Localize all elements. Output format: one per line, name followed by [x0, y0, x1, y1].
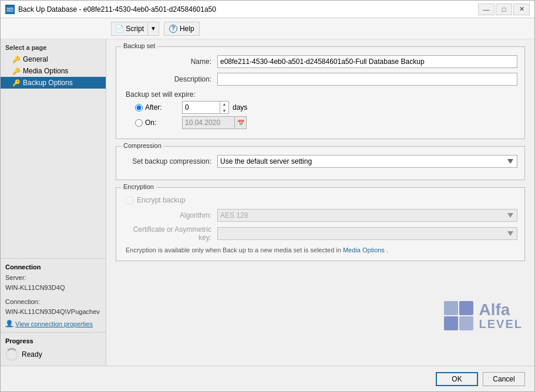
cancel-button[interactable]: Cancel [483, 372, 525, 386]
title-bar-text: Back Up Database - e08fe211-4530-4eb0-a5… [18, 5, 478, 13]
on-radio[interactable] [135, 119, 143, 127]
progress-status: Ready [22, 350, 42, 359]
bottom-bar: OK Cancel [1, 366, 534, 391]
sidebar-item-media-options[interactable]: 🔑 Media Options [1, 65, 106, 77]
connection-label: Connection: [5, 298, 40, 305]
connection-section-title: Connection [5, 263, 101, 271]
cert-select[interactable] [217, 227, 517, 240]
on-row: On: 📅 [123, 116, 517, 129]
backup-set-title: Backup set [121, 42, 157, 49]
maximize-button[interactable]: □ [496, 4, 512, 15]
watermark-block-3 [444, 316, 458, 330]
days-input[interactable] [183, 102, 220, 113]
after-radio-label[interactable]: After: [135, 103, 182, 111]
script-button[interactable]: 📄 Script [111, 22, 147, 36]
svg-rect-0 [6, 7, 14, 12]
title-bar-controls: — □ ✕ [478, 4, 530, 15]
sidebar-item-general[interactable]: 🔑 General [1, 53, 106, 65]
name-row: Name: [123, 55, 517, 68]
name-label: Name: [123, 58, 217, 66]
connection-info: Connection: WIN-KL11CN93D4Q\VPugachev [5, 297, 101, 317]
content-wrapper: Backup set Name: Description: Backup set… [106, 39, 534, 366]
script-dropdown[interactable]: 📄 Script ▼ [111, 22, 159, 36]
calendar-icon[interactable]: 📅 [234, 117, 246, 129]
help-icon: ? [169, 25, 177, 33]
spinbox-arrows: ▲ ▼ [220, 101, 228, 114]
svg-rect-1 [8, 6, 10, 8]
name-input[interactable] [217, 55, 517, 68]
spinbox-up-arrow[interactable]: ▲ [220, 101, 228, 107]
server-label: Server: [5, 274, 26, 281]
on-radio-label[interactable]: On: [135, 119, 182, 127]
watermark-alfa: AlfaLEVEL [479, 300, 523, 330]
ok-button[interactable]: OK [436, 372, 478, 386]
encrypt-checkbox-row: Encrypt backup [123, 196, 517, 204]
spinner-icon [5, 348, 18, 361]
sidebar: Select a page 🔑 General 🔑 Media Options … [1, 39, 106, 366]
date-input [183, 117, 234, 128]
encrypt-backup-checkbox[interactable] [126, 197, 133, 204]
compression-row: Set backup compression: Use the default … [123, 155, 517, 168]
compression-label: Set backup compression: [123, 157, 217, 165]
compression-group: Compression Set backup compression: Use … [116, 146, 525, 180]
expire-label: Backup set will expire: [123, 90, 517, 99]
encryption-note-pre: Encryption is available only when Back u… [126, 246, 341, 254]
server-value: WIN-KL11CN93D4Q [5, 284, 65, 291]
svg-rect-2 [7, 8, 13, 9]
backup-set-group: Backup set Name: Description: Backup set… [116, 46, 525, 139]
main-layout: Select a page 🔑 General 🔑 Media Options … [1, 39, 534, 366]
spinbox-down-arrow[interactable]: ▼ [220, 107, 228, 114]
connection-value: WIN-KL11CN93D4Q\VPugachev [5, 308, 100, 315]
sidebar-section-title: Select a page [1, 39, 106, 53]
watermark-block-4 [459, 316, 473, 330]
compression-select[interactable]: Use the default server setting Compress … [217, 155, 517, 168]
compression-title: Compression [121, 142, 164, 149]
progress-section-title: Progress [5, 337, 101, 344]
watermark: AlfaLEVEL [444, 301, 523, 330]
sidebar-item-backup-label: Backup Options [23, 79, 73, 87]
after-label: After: [145, 103, 162, 111]
server-info: Server: WIN-KL11CN93D4Q [5, 273, 101, 293]
svg-rect-3 [7, 10, 11, 11]
key-icon-3: 🔑 [12, 79, 21, 87]
title-bar: Back Up Database - e08fe211-4530-4eb0-a5… [1, 1, 534, 18]
minimize-button[interactable]: — [478, 4, 494, 15]
algorithm-select[interactable]: AES 128 AES 192 AES 256 Triple DES 3KEY [217, 209, 517, 222]
sidebar-connection: Connection Server: WIN-KL11CN93D4Q Conne… [1, 258, 106, 332]
encryption-note: Encryption is available only when Back u… [123, 246, 517, 254]
close-button[interactable]: ✕ [513, 4, 530, 15]
toolbar: 📄 Script ▼ ? Help [1, 18, 534, 39]
after-radio[interactable] [135, 104, 143, 111]
encryption-note-post: . [386, 246, 388, 254]
watermark-block-2 [459, 301, 473, 315]
key-icon-2: 🔑 [12, 67, 21, 75]
sidebar-item-media-label: Media Options [23, 67, 68, 75]
days-label: days [233, 103, 247, 111]
encrypt-backup-label: Encrypt backup [137, 196, 186, 204]
media-options-link[interactable]: Media Options [343, 246, 385, 254]
encryption-group: Encryption Encrypt backup Algorithm: AES… [116, 187, 525, 261]
after-row: After: ▲ ▼ days [123, 101, 517, 114]
days-spinbox[interactable]: ▲ ▼ [182, 101, 229, 114]
script-label: Script [126, 25, 144, 33]
algorithm-row: Algorithm: AES 128 AES 192 AES 256 Tripl… [123, 209, 517, 222]
help-button[interactable]: ? Help [164, 22, 200, 36]
description-input[interactable] [217, 73, 517, 86]
sidebar-progress: Progress Ready [1, 332, 106, 366]
view-connection-link[interactable]: 👤 View connection properties [5, 320, 101, 327]
cert-label: Certificate or Asymmetric key: [123, 225, 217, 242]
app-icon [5, 5, 15, 14]
help-label: Help [180, 25, 194, 33]
view-connection-label: View connection properties [15, 320, 93, 327]
sidebar-item-backup-options[interactable]: 🔑 Backup Options [1, 77, 106, 89]
date-box[interactable]: 📅 [182, 116, 247, 129]
script-dropdown-arrow[interactable]: ▼ [147, 22, 159, 36]
description-row: Description: [123, 73, 517, 86]
expire-section: Backup set will expire: After: ▲ [123, 90, 517, 129]
key-icon: 🔑 [12, 56, 21, 63]
main-window: Back Up Database - e08fe211-4530-4eb0-a5… [0, 0, 535, 392]
watermark-text: AlfaLEVEL [479, 302, 523, 330]
sidebar-item-general-label: General [23, 55, 48, 63]
algorithm-label: Algorithm: [123, 211, 217, 219]
script-icon: 📄 [115, 25, 124, 33]
